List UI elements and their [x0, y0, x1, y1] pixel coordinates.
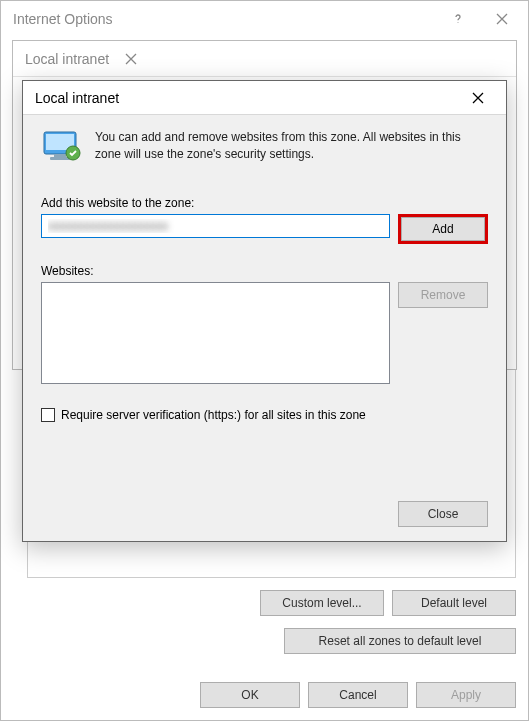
monitor-zone-icon: [41, 129, 83, 168]
websites-list-row: Remove: [41, 282, 488, 384]
close-icon: [109, 45, 153, 73]
remove-button: Remove: [398, 282, 488, 308]
info-row: You can add and remove websites from thi…: [41, 129, 488, 168]
reset-all-zones-button[interactable]: Reset all zones to default level: [284, 628, 516, 654]
help-icon: [436, 5, 480, 33]
add-button-highlight: Add: [398, 214, 488, 244]
local-intranet-sites-body: You can add and remove websites from thi…: [23, 115, 506, 436]
add-website-row: Add: [41, 214, 488, 244]
svg-rect-2: [54, 154, 66, 157]
add-website-label: Add this website to the zone:: [41, 196, 488, 210]
local-intranet-sites-title: Local intranet: [35, 90, 456, 106]
close-button[interactable]: Close: [398, 501, 488, 527]
custom-level-button[interactable]: Custom level...: [260, 590, 384, 616]
info-text: You can add and remove websites from thi…: [95, 129, 488, 164]
local-intranet-behind-title: Local intranet: [25, 51, 109, 67]
websites-listbox[interactable]: [41, 282, 390, 384]
ok-button[interactable]: OK: [200, 682, 300, 708]
apply-button: Apply: [416, 682, 516, 708]
require-https-label: Require server verification (https:) for…: [61, 408, 366, 422]
require-https-row: Require server verification (https:) for…: [41, 408, 488, 422]
cancel-button[interactable]: Cancel: [308, 682, 408, 708]
local-intranet-behind-titlebar: Local intranet: [13, 41, 516, 77]
local-intranet-sites-titlebar: Local intranet: [23, 81, 506, 115]
internet-options-footer: OK Cancel Apply: [200, 672, 518, 710]
add-button[interactable]: Add: [401, 217, 485, 241]
close-icon: [480, 5, 524, 33]
require-https-checkbox[interactable]: [41, 408, 55, 422]
add-website-input[interactable]: [41, 214, 390, 238]
internet-options-title: Internet Options: [13, 11, 436, 27]
reset-zones-row: Reset all zones to default level: [284, 628, 516, 654]
default-level-button[interactable]: Default level: [392, 590, 516, 616]
websites-label: Websites:: [41, 264, 488, 278]
internet-options-titlebar: Internet Options: [1, 1, 528, 37]
local-intranet-sites-footer: Close: [398, 501, 488, 527]
security-level-row: Custom level... Default level: [260, 590, 516, 616]
local-intranet-sites-dialog: Local intranet You can add and remove we…: [22, 80, 507, 542]
close-icon[interactable]: [456, 84, 500, 112]
